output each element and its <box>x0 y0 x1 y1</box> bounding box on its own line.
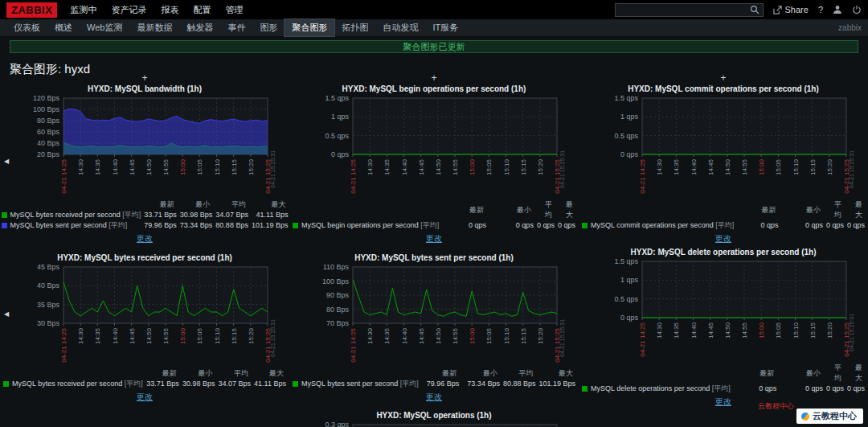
svg-text:80 Bps: 80 Bps <box>37 117 60 125</box>
row-arrow-left-icon[interactable]: ◀ <box>4 158 9 165</box>
change-link[interactable]: 更改 <box>715 396 731 408</box>
graph-plot[interactable]: 110 Bps100 Bps90 Bps80 Bps70 Bps04-21 14… <box>295 263 573 367</box>
top-bar-right: Share ? <box>615 3 862 17</box>
svg-text:100 Bps: 100 Bps <box>33 105 60 113</box>
legend-stat-value: 41.11 Bps <box>250 210 289 220</box>
svg-text:14:35: 14:35 <box>673 322 680 339</box>
subnav-item[interactable]: 概述 <box>47 19 80 36</box>
add-cell-icon[interactable]: + <box>429 72 439 84</box>
graph-side-note: 04-21 15:25:31 <box>559 318 565 356</box>
svg-text:14:30: 14:30 <box>77 158 84 175</box>
svg-text:14:45: 14:45 <box>707 158 714 175</box>
top-menu-item[interactable]: 报表 <box>161 4 178 16</box>
status-banner-text: 聚合图形已更新 <box>403 41 465 53</box>
svg-text:15:15: 15:15 <box>520 158 527 175</box>
change-link[interactable]: 更改 <box>426 392 442 403</box>
svg-text:14:55: 14:55 <box>162 158 170 175</box>
graph-plot[interactable]: 1.5 qps1 qps0.5 qps0 qps04-21 14:2514:30… <box>295 94 573 199</box>
svg-text:14:40: 14:40 <box>400 327 407 344</box>
subnav-item[interactable]: 触发器 <box>179 19 220 36</box>
legend-column-header: 最大 <box>252 368 288 379</box>
svg-text:90 Bps: 90 Bps <box>326 291 350 299</box>
top-menu-item[interactable]: 资产记录 <box>111 4 146 16</box>
svg-text:14:50: 14:50 <box>724 158 731 175</box>
svg-text:15:00: 15:00 <box>758 322 765 339</box>
top-menu-item[interactable]: 管理 <box>225 4 243 16</box>
user-icon <box>833 5 842 14</box>
share-button[interactable]: Share <box>773 5 809 14</box>
graph-side-note: 04-21 15:25:31 <box>849 314 854 351</box>
subnav-item[interactable]: 自动发现 <box>375 19 425 36</box>
svg-text:110 Bps: 110 Bps <box>323 263 350 271</box>
legend-stat-value: 73.34 Bps <box>461 379 502 389</box>
legend-stat-value: 30.98 Bps <box>181 379 217 389</box>
change-link[interactable]: 更改 <box>715 233 731 244</box>
graph-legend: 最新最小平均最大MySQL bytes sent per second [平均]… <box>291 368 577 389</box>
subnav-item[interactable]: 最新数据 <box>129 19 179 36</box>
top-menu-item[interactable]: 配置 <box>193 4 211 16</box>
svg-text:15:10: 15:10 <box>792 158 799 175</box>
user-profile-button[interactable] <box>833 5 842 14</box>
subnav-item[interactable]: Web监测 <box>80 19 129 36</box>
legend-stat-value: 33.71 Bps <box>142 210 178 220</box>
graph-legend: 最新最小平均最大MySQL bytes received per second … <box>2 368 288 389</box>
graph-plot[interactable]: 120 Bps100 Bps80 Bps60 Bps40 Bps20 Bps04… <box>6 94 284 199</box>
svg-text:14:35: 14:35 <box>383 158 391 175</box>
graph-plot[interactable]: 45 Bps40 Bps35 Bps30 Bps04-21 14:2514:30… <box>6 263 284 367</box>
legend-stat-value: 0 qps <box>556 220 577 231</box>
svg-text:14:55: 14:55 <box>162 327 170 344</box>
graph-plot[interactable]: 1.5 qps1 qps0.5 qps0 qps04-21 14:2514:30… <box>584 257 862 362</box>
legend-stat-value: 0 qps <box>778 384 825 394</box>
zabbix-logo[interactable]: ZABBIX <box>6 2 57 18</box>
graph-title: HYXD: MySQL begin operations per second … <box>342 84 526 93</box>
svg-text:15:20: 15:20 <box>248 327 255 344</box>
legend-series-label: MySQL bytes received per second [平均] <box>2 379 145 389</box>
legend-column-header: 平均 <box>535 199 556 220</box>
graph-title: HYXD: MySQL delete operations per second… <box>630 248 816 257</box>
svg-text:30 Bps: 30 Bps <box>37 319 60 327</box>
legend-column-header: 最新 <box>420 368 461 379</box>
help-button[interactable]: ? <box>818 5 823 14</box>
search-icon[interactable] <box>750 5 760 14</box>
legend-stat-value: 34.07 Bps <box>214 210 250 220</box>
subnav-item[interactable]: 图形 <box>252 19 285 36</box>
subnav-item[interactable]: 仪表板 <box>6 19 47 36</box>
svg-text:40 Bps: 40 Bps <box>37 139 60 147</box>
legend-column-header: 平均 <box>502 368 538 379</box>
svg-text:15:00: 15:00 <box>179 158 186 175</box>
add-cell-icon[interactable]: + <box>719 72 728 84</box>
legend-stat-value: 0 qps <box>535 220 556 231</box>
add-cell-icon[interactable]: + <box>140 72 149 84</box>
svg-text:15:00: 15:00 <box>469 327 476 344</box>
legend-key-swatch <box>3 381 9 387</box>
graph-cell: HYXD: MySQL bytes sent per second (1h)11… <box>291 252 577 403</box>
top-menu-item[interactable]: 监测中 <box>70 4 96 16</box>
legend-column-header: 最大 <box>556 199 577 220</box>
graph-plot[interactable]: 1.5 qps1 qps0.5 qps0 qps04-21 14:2514:30… <box>584 94 862 199</box>
logout-button[interactable] <box>852 5 862 14</box>
change-link[interactable]: 更改 <box>137 233 153 244</box>
change-link[interactable]: 更改 <box>137 392 153 403</box>
svg-text:15:10: 15:10 <box>792 322 799 339</box>
search-box[interactable] <box>615 3 764 17</box>
top-bar: ZABBIX 监测中资产记录报表配置管理 Share ? <box>0 0 868 19</box>
change-link[interactable]: 更改 <box>426 233 442 244</box>
legend-stat-value: 80.88 Bps <box>502 379 538 389</box>
subnav-item[interactable]: IT服务 <box>425 19 465 36</box>
legend-column-header: 最新 <box>735 199 780 220</box>
svg-text:14:30: 14:30 <box>656 158 663 175</box>
subnav-item[interactable]: 拓扑图 <box>334 19 375 36</box>
svg-text:14:30: 14:30 <box>366 158 374 175</box>
subnav-item[interactable]: 事件 <box>220 19 252 36</box>
graph-legend: 最新最小平均最大MySQL begin operations per secon… <box>291 199 577 231</box>
search-input[interactable] <box>619 6 750 14</box>
graph-cell: HYXD: MySQL commit operations per second… <box>580 83 866 244</box>
svg-text:14:45: 14:45 <box>129 327 136 344</box>
svg-text:0 qps: 0 qps <box>620 314 639 322</box>
subnav-item[interactable]: 聚合图形 <box>285 19 334 36</box>
legend-stat-value: 0 qps <box>845 384 866 394</box>
row-arrow-left-icon[interactable]: ◀ <box>4 310 9 318</box>
legend-key-swatch <box>293 381 298 387</box>
graph-plot[interactable]: 0.3 qps0.2 qps0.1 qps0 qps04-21 14:2514:… <box>295 421 573 427</box>
legend-key-swatch <box>2 212 7 218</box>
